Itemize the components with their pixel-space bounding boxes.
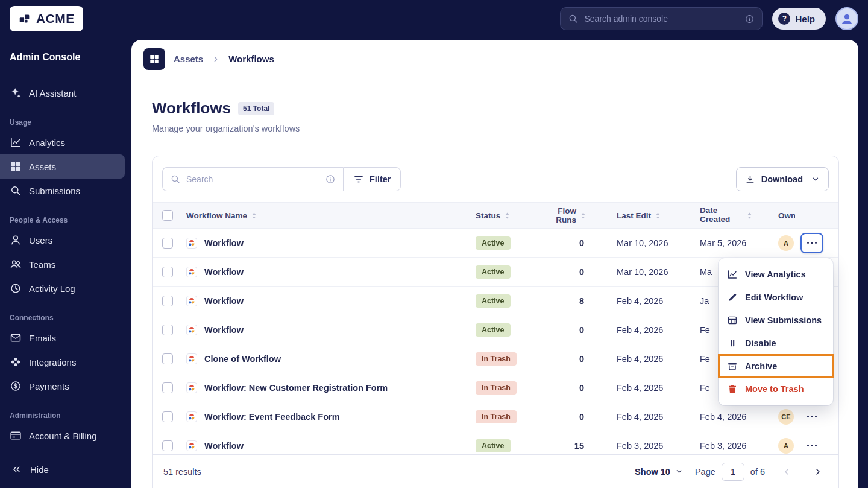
page-size-select[interactable]: Show 10 (635, 467, 683, 477)
user-avatar[interactable] (835, 7, 858, 30)
table-row: Workflow Active 15 Feb 3, 2026 Feb 3, 20… (153, 431, 838, 454)
admin-search[interactable] (560, 7, 763, 30)
main-content: Assets Workflows Workflows 51 Total Mana… (131, 40, 858, 488)
workflow-name[interactable]: Workflow (204, 441, 244, 451)
workflow-name[interactable]: Workflow (204, 296, 244, 306)
assets-chip-icon (143, 48, 165, 70)
column-workflow-name[interactable]: Workflow Name (186, 211, 476, 220)
menu-item-archive[interactable]: Archive (719, 355, 833, 378)
row-checkbox[interactable] (162, 296, 173, 306)
table-header: Workflow Name Status Flow Runs Last Edit… (153, 202, 838, 229)
sparkles-icon (10, 87, 22, 99)
trash-icon (727, 384, 738, 395)
workflow-name[interactable]: Workflow: New Customer Registration Form (204, 383, 388, 393)
sidebar-item-assets[interactable]: Assets (0, 154, 125, 179)
pause-icon (727, 338, 738, 349)
row-actions-button[interactable] (800, 436, 823, 455)
last-edit-value: Feb 4, 2026 (590, 383, 675, 393)
mail-icon (10, 332, 22, 344)
menu-item-view-submissions[interactable]: View Submissions (719, 309, 833, 332)
search-icon (170, 174, 181, 185)
table-search-input[interactable] (186, 174, 319, 184)
sort-icon[interactable] (746, 212, 753, 220)
hide-sidebar-button[interactable]: Hide (0, 458, 60, 481)
workflow-name[interactable]: Clone of Workflow (204, 354, 281, 364)
row-checkbox[interactable] (162, 353, 173, 364)
sidebar-item-account-billing[interactable]: Account & Billing (0, 423, 131, 448)
status-badge: Active (476, 265, 511, 279)
sidebar-item-analytics[interactable]: Analytics (0, 130, 131, 154)
column-date-created[interactable]: Date Created (675, 206, 753, 224)
breadcrumb-current: Workflows (228, 54, 274, 64)
date-created-value: Feb 4, 2026 (675, 412, 753, 422)
table-row: Workflow: Event Feedback Form In Trash 0… (153, 402, 838, 431)
help-button[interactable]: ? Help (772, 8, 826, 30)
credit-card-icon (10, 429, 22, 442)
sort-icon[interactable] (504, 212, 511, 220)
row-actions-menu: View Analytics Edit Workflow View Submis… (719, 258, 833, 405)
workflow-icon (186, 411, 197, 422)
row-checkbox[interactable] (162, 411, 173, 422)
sidebar-item-label: Users (29, 235, 52, 246)
brand-logo[interactable]: ACME (10, 6, 83, 31)
table-search[interactable] (162, 167, 343, 191)
last-edit-value: Mar 10, 2026 (590, 267, 675, 277)
sidebar-item-submissions[interactable]: Submissions (0, 179, 131, 203)
sidebar-item-label: Teams (29, 259, 55, 270)
sidebar-item-integrations[interactable]: Integrations (0, 350, 131, 374)
menu-item-move-to-trash[interactable]: Move to Trash (719, 378, 833, 401)
column-last-edit[interactable]: Last Edit (590, 211, 675, 220)
flow-runs-value: 0 (536, 354, 590, 364)
flow-runs-value: 15 (536, 441, 590, 451)
table-footer: 51 results Show 10 Page of 6 (153, 454, 838, 488)
column-status[interactable]: Status (476, 211, 536, 220)
flow-runs-value: 0 (536, 267, 590, 277)
sidebar-item-teams[interactable]: Teams (0, 252, 131, 276)
row-actions-button[interactable] (800, 407, 823, 427)
select-all-checkbox[interactable] (162, 210, 173, 221)
sort-icon[interactable] (251, 212, 257, 220)
menu-item-edit-workflow[interactable]: Edit Workflow (719, 286, 833, 309)
menu-item-view-analytics[interactable]: View Analytics (719, 263, 833, 286)
row-actions-button[interactable] (800, 233, 823, 253)
workflow-name[interactable]: Workflow (204, 267, 244, 277)
row-checkbox[interactable] (162, 325, 173, 335)
breadcrumb-parent[interactable]: Assets (174, 54, 203, 64)
workflow-name[interactable]: Workflow: Event Feedback Form (204, 412, 340, 422)
assets-grid-icon (10, 160, 22, 173)
column-flow-runs[interactable]: Flow Runs (536, 206, 590, 224)
row-checkbox[interactable] (162, 267, 173, 277)
sidebar-item-activity-log[interactable]: Activity Log (0, 276, 131, 300)
chevron-down-icon (811, 175, 820, 183)
workflow-name[interactable]: Workflow (204, 238, 244, 248)
search-icon (10, 185, 22, 197)
previous-page-button[interactable] (777, 464, 796, 479)
page-number-input[interactable] (722, 463, 744, 481)
row-checkbox[interactable] (162, 238, 173, 249)
sidebar-item-users[interactable]: Users (0, 228, 131, 252)
next-page-button[interactable] (808, 464, 828, 479)
sort-icon[interactable] (655, 212, 661, 220)
sidebar-item-emails[interactable]: Emails (0, 326, 131, 350)
chevrons-left-icon (11, 464, 22, 475)
admin-search-input[interactable] (584, 14, 739, 24)
filter-button[interactable]: Filter (343, 167, 401, 191)
sidebar-item-ai-assistant[interactable]: AI Assistant (0, 81, 131, 105)
workflow-name[interactable]: Workflow (204, 325, 244, 335)
results-count: 51 results (163, 467, 201, 477)
row-checkbox[interactable] (162, 382, 173, 393)
sidebar-item-payments[interactable]: Payments (0, 374, 131, 398)
workflow-icon (186, 440, 197, 451)
row-checkbox[interactable] (162, 440, 173, 451)
sidebar-section-connections: Connections (0, 314, 131, 322)
download-button[interactable]: Download (736, 167, 829, 191)
page-label: Page (695, 467, 715, 477)
sidebar-item-label: Activity Log (29, 284, 75, 294)
sidebar-section-usage: Usage (0, 118, 131, 127)
owner-avatar: CE (778, 409, 794, 425)
last-edit-value: Feb 3, 2026 (590, 441, 675, 451)
column-owner[interactable]: Owner (753, 211, 795, 220)
sort-icon[interactable] (580, 212, 587, 220)
menu-item-disable[interactable]: Disable (719, 332, 833, 355)
owner-avatar: A (778, 438, 794, 454)
